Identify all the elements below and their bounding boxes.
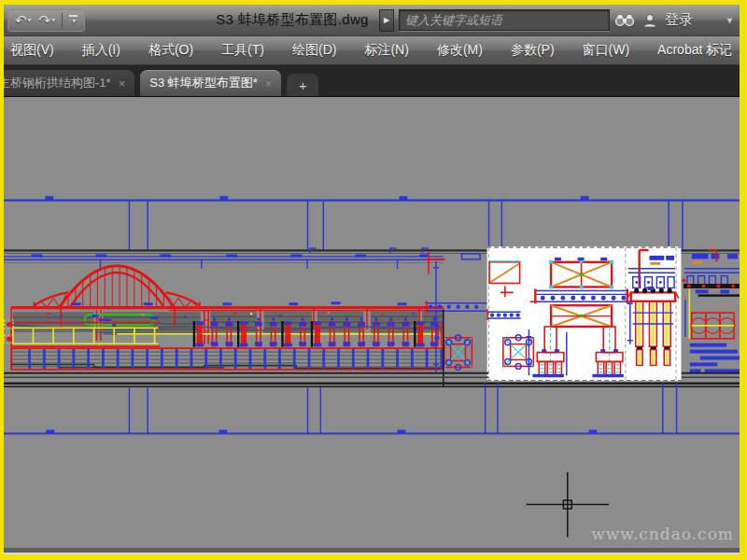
close-icon[interactable]: × [265,77,273,90]
file-tab-label: S3 蚌埠桥型布置图* [149,75,258,91]
sheet-frame-bottom [4,383,740,433]
bottom-edge-strip [4,548,740,554]
redo-icon: ↷ [39,13,51,27]
login-dropdown-icon[interactable]: ▼ [726,16,734,25]
menu-view[interactable]: 视图(V) [4,42,68,59]
menu-parametric[interactable]: 参数(P) [497,42,569,59]
undo-icon: ↶ [15,13,27,27]
title-bar: ↶▾ ↷▾ ▾ S3 蚌埠桥型布置图.dwg ▶ [4,5,740,36]
menu-tools[interactable]: 工具(T) [207,42,278,59]
search-expand-button[interactable]: ▶ [379,9,394,32]
quick-access-toolbar: ↶▾ ↷▾ ▾ [7,9,85,32]
chevron-down-icon[interactable]: ▾ [51,17,55,24]
menu-window[interactable]: 窗口(W) [569,42,644,59]
menu-draw[interactable]: 绘图(D) [278,42,350,59]
redo-button[interactable]: ↷▾ [36,13,59,27]
bridge-elevation-view [11,266,444,371]
pier-detail-panel [486,246,682,381]
chevron-down-icon[interactable]: ▾ [28,17,32,24]
menu-modify[interactable]: 修改(M) [423,42,497,59]
undo-button[interactable]: ↶▾ [12,13,35,27]
cad-drawing [4,97,740,548]
file-tab-active[interactable]: S3 蚌埠桥型布置图* × [140,70,281,96]
file-tab-bar: 主桥钢桁拱结构图-1* × S3 蚌埠桥型布置图* × + [4,65,740,97]
right-detail-zone [682,250,740,372]
file-tab-label: 主桥钢桁拱结构图-1* [4,75,111,91]
login-button[interactable]: 登录 [665,11,693,29]
toolbar-divider [62,13,63,28]
chevron-down-icon: ▾ [72,18,76,25]
user-icon[interactable] [640,9,660,32]
crosshair-cursor [526,472,609,537]
menu-dimension[interactable]: 标注(N) [350,42,422,59]
model-space-canvas[interactable]: www.cndao.com [4,97,740,548]
new-tab-button[interactable]: + [287,74,318,96]
sheet-frame-top [4,196,740,251]
file-tab-inactive[interactable]: 主桥钢桁拱结构图-1* × [4,70,134,96]
autocad-window: ↶▾ ↷▾ ▾ S3 蚌埠桥型布置图.dwg ▶ [0,0,747,560]
close-icon[interactable]: × [119,77,126,90]
binoculars-search-icon[interactable] [614,9,635,32]
customize-quick-access-button[interactable]: ▾ [66,15,80,25]
menu-bar: 视图(V) 插入(I) 格式(O) 工具(T) 绘图(D) 标注(N) 修改(M… [4,36,740,65]
deck-plan-band [11,348,444,371]
menu-acrobat[interactable]: Acrobat 标记 [643,42,740,59]
menu-insert[interactable]: 插入(I) [68,42,134,59]
menu-format[interactable]: 格式(O) [134,42,207,59]
search-input[interactable] [399,9,610,31]
red-arch-truss [35,266,200,308]
